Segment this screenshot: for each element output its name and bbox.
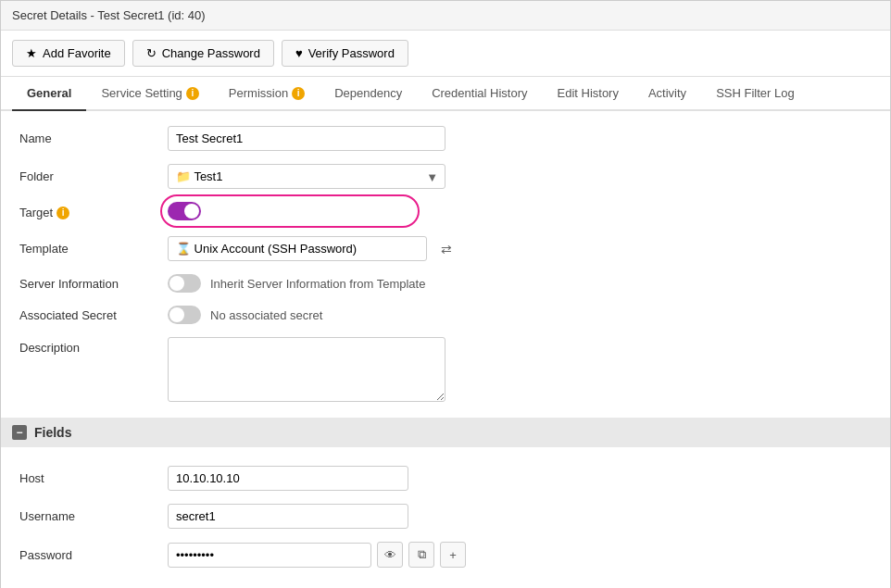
tab-credential-history[interactable]: Credential History — [417, 77, 542, 111]
username-field — [168, 504, 872, 529]
server-info-field: Inherit Server Information from Template — [168, 274, 872, 293]
verify-password-button[interactable]: ♥ Verify Password — [282, 40, 408, 67]
template-select[interactable]: ⌛ Unix Account (SSH Password) — [168, 236, 427, 261]
name-row: Name — [19, 126, 872, 151]
description-row: Description — [19, 337, 872, 405]
folder-field-wrapper: 📁 Test1 ▼ — [168, 164, 872, 189]
heart-icon: ♥ — [295, 46, 303, 60]
copy-icon: ⧉ — [418, 547, 426, 562]
tabs-bar: General Service Setting i Permission i D… — [1, 77, 890, 111]
folder-select-wrapper: 📁 Test1 ▼ — [168, 164, 446, 189]
refresh-icon: ↻ — [146, 46, 157, 60]
target-field-wrapper — [168, 202, 872, 223]
password-label: Password — [19, 548, 168, 562]
host-row: Host — [19, 466, 872, 491]
service-setting-info-icon: i — [186, 87, 199, 100]
associated-secret-text: No associated secret — [210, 308, 322, 322]
description-label: Description — [19, 337, 168, 355]
target-toggle[interactable] — [168, 202, 201, 220]
associated-secret-toggle[interactable] — [168, 306, 201, 324]
password-field: 👁 ⧉ + — [168, 542, 872, 568]
description-textarea[interactable] — [168, 337, 446, 402]
fields-section: Host Username Password — [19, 457, 872, 568]
fields-section-header: − Fields — [1, 418, 890, 447]
add-password-button[interactable]: + — [440, 542, 466, 568]
template-label: Template — [19, 242, 168, 256]
folder-select[interactable]: 📁 Test1 — [168, 164, 446, 189]
tab-dependency[interactable]: Dependency — [320, 77, 417, 111]
permission-info-icon: i — [292, 87, 305, 100]
server-info-row: Server Information Inherit Server Inform… — [19, 274, 872, 293]
target-label: Target i — [19, 206, 168, 219]
template-select-wrapper: ⌛ Unix Account (SSH Password) — [168, 236, 427, 261]
server-info-label: Server Information — [19, 277, 168, 291]
folder-row: Folder 📁 Test1 ▼ — [19, 164, 872, 189]
collapse-fields-icon[interactable]: − — [12, 425, 27, 440]
tab-ssh-filter-log[interactable]: SSH Filter Log — [701, 77, 809, 111]
fields-section-label: Fields — [34, 425, 71, 440]
username-input[interactable] — [168, 504, 408, 529]
tab-general[interactable]: General — [12, 77, 86, 111]
add-favorite-button[interactable]: ★ Add Favorite — [12, 40, 125, 67]
title-bar: Secret Details - Test Secret1 (id: 40) — [1, 1, 890, 31]
password-row: Password 👁 ⧉ + — [19, 542, 872, 568]
form-content: Name Folder 📁 Test1 ▼ Target i — [1, 111, 890, 588]
copy-password-button[interactable]: ⧉ — [408, 542, 434, 568]
star-icon: ★ — [26, 46, 37, 60]
username-label: Username — [19, 509, 168, 523]
secret-setting-row: Secret Setting i — [19, 581, 872, 588]
password-input[interactable] — [168, 543, 371, 568]
change-password-button[interactable]: ↻ Change Password — [132, 40, 274, 67]
tab-edit-history[interactable]: Edit History — [542, 77, 633, 111]
target-row: Target i — [19, 202, 872, 223]
host-field — [168, 466, 872, 491]
target-toggle-wrapper — [168, 202, 201, 220]
tab-activity[interactable]: Activity — [634, 77, 701, 111]
shuffle-icon[interactable]: ⇄ — [434, 237, 458, 261]
host-input[interactable] — [168, 466, 408, 491]
host-label: Host — [19, 471, 168, 485]
plus-icon: + — [449, 548, 457, 562]
reveal-password-button[interactable]: 👁 — [377, 542, 403, 568]
username-row: Username — [19, 504, 872, 529]
associated-secret-label: Associated Secret — [19, 308, 168, 322]
folder-label: Folder — [19, 169, 168, 183]
name-input[interactable] — [168, 126, 446, 151]
tab-service-setting[interactable]: Service Setting i — [86, 77, 213, 111]
name-field-wrapper — [168, 126, 872, 151]
server-info-toggle[interactable] — [168, 274, 201, 293]
eye-icon: 👁 — [384, 548, 396, 562]
tab-permission[interactable]: Permission i — [214, 77, 320, 111]
associated-secret-row: Associated Secret No associated secret — [19, 306, 872, 324]
template-field-wrapper: ⌛ Unix Account (SSH Password) ⇄ — [168, 236, 872, 261]
target-info-icon: i — [56, 206, 69, 219]
toolbar: ★ Add Favorite ↻ Change Password ♥ Verif… — [1, 31, 890, 77]
template-row: Template ⌛ Unix Account (SSH Password) ⇄ — [19, 236, 872, 261]
name-label: Name — [19, 131, 168, 145]
title-text: Secret Details - Test Secret1 (id: 40) — [12, 8, 206, 22]
description-field — [168, 337, 872, 405]
server-info-text: Inherit Server Information from Template — [210, 277, 425, 291]
associated-secret-field: No associated secret — [168, 306, 872, 324]
